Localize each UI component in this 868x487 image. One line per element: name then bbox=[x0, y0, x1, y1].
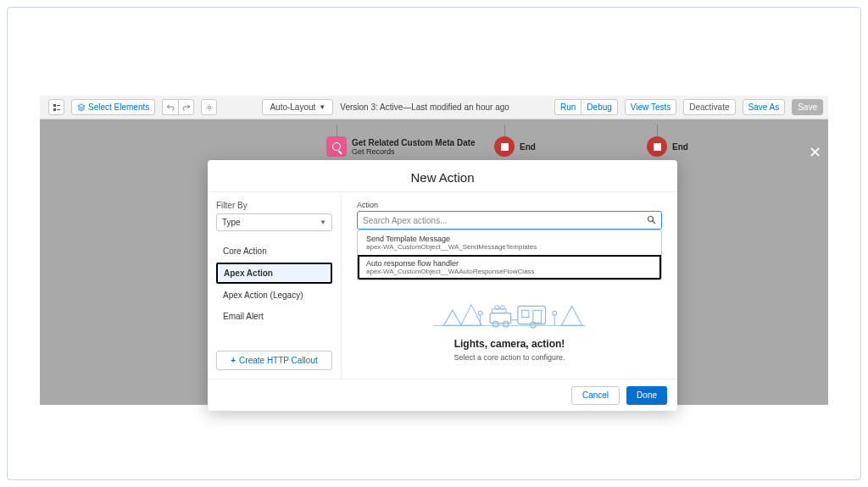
version-text: Version 3: Active—Last modified an hour … bbox=[340, 102, 509, 112]
undo-icon bbox=[166, 103, 175, 112]
chevron-down-icon: ▼ bbox=[319, 103, 326, 111]
select-elements-button[interactable]: Select Elements bbox=[71, 99, 155, 115]
modal-title: New Action bbox=[208, 160, 677, 191]
get-records-icon bbox=[326, 136, 347, 157]
end-icon bbox=[494, 136, 515, 157]
redo-icon bbox=[182, 103, 191, 112]
flow-node-end-2[interactable]: End bbox=[647, 136, 688, 157]
new-action-modal: New Action Filter By Type ▼ Core Action … bbox=[208, 160, 677, 411]
option-subtitle: apex-WA_CustomObject__WA_SendMessageTemp… bbox=[366, 243, 653, 251]
search-icon bbox=[647, 215, 656, 226]
save-button[interactable]: Save bbox=[792, 99, 823, 115]
svg-marker-8 bbox=[443, 310, 461, 325]
redo-button[interactable] bbox=[178, 99, 194, 115]
svg-rect-0 bbox=[53, 104, 56, 107]
type-select-value: Type bbox=[222, 218, 241, 227]
done-button[interactable]: Done bbox=[626, 386, 667, 405]
node-label: End bbox=[672, 142, 688, 152]
filter-apex-action[interactable]: Apex Action bbox=[216, 263, 332, 284]
svg-marker-9 bbox=[461, 305, 482, 326]
debug-button[interactable]: Debug bbox=[581, 99, 617, 115]
undo-button[interactable] bbox=[162, 99, 178, 115]
svg-point-13 bbox=[492, 321, 498, 327]
illustration-area: Lights, camera, action! Select a core ac… bbox=[357, 291, 662, 362]
svg-rect-20 bbox=[522, 310, 529, 317]
node-title: End bbox=[672, 142, 688, 152]
modal-footer: Cancel Done bbox=[208, 379, 677, 411]
chevron-down-icon: ▼ bbox=[320, 219, 326, 226]
node-title: Get Related Custom Meta Date bbox=[352, 138, 476, 147]
flow-node-end-1[interactable]: End bbox=[494, 136, 536, 157]
svg-rect-3 bbox=[57, 109, 60, 110]
toolbar: Select Elements Auto-Layout ▼ bbox=[40, 96, 828, 119]
auto-layout-label: Auto-Layout bbox=[270, 102, 315, 112]
action-option-auto-response[interactable]: Auto response flow handler apex-WA_Custo… bbox=[358, 255, 661, 279]
svg-point-11 bbox=[478, 311, 482, 315]
action-search-input[interactable]: Search Apex actions... bbox=[357, 211, 662, 230]
filter-core-action[interactable]: Core Action bbox=[216, 241, 332, 261]
gear-icon bbox=[205, 103, 214, 112]
action-label: Action bbox=[357, 201, 662, 209]
page-frame: Select Elements Auto-Layout ▼ bbox=[7, 7, 861, 480]
svg-rect-2 bbox=[53, 108, 56, 111]
list-view-button[interactable] bbox=[48, 99, 64, 115]
plus-icon: + bbox=[231, 356, 236, 365]
svg-point-24 bbox=[553, 311, 557, 315]
modal-body: Filter By Type ▼ Core Action Apex Action… bbox=[208, 191, 677, 379]
modal-sidebar: Filter By Type ▼ Core Action Apex Action… bbox=[208, 192, 342, 379]
svg-point-14 bbox=[504, 321, 509, 327]
action-option-send-template[interactable]: Send Template Message apex-WA_CustomObje… bbox=[358, 230, 661, 255]
action-dropdown: Send Template Message apex-WA_CustomObje… bbox=[357, 230, 662, 280]
type-select[interactable]: Type ▼ bbox=[216, 213, 332, 231]
option-title: Send Template Message bbox=[366, 235, 653, 243]
view-tests-button[interactable]: View Tests bbox=[625, 99, 676, 115]
modal-main: Action Search Apex actions... Send Templ… bbox=[342, 192, 677, 379]
settings-button[interactable] bbox=[201, 99, 217, 115]
toolbar-right: Run Debug View Tests Deactivate Save As … bbox=[554, 99, 823, 115]
toolbar-center: Auto-Layout ▼ Version 3: Active—Last mod… bbox=[262, 99, 509, 115]
camper-illustration-icon bbox=[433, 291, 586, 333]
node-connector bbox=[657, 125, 658, 136]
select-elements-label: Select Elements bbox=[88, 102, 149, 112]
node-label: Get Related Custom Meta Date Get Records bbox=[352, 138, 476, 156]
create-http-label: Create HTTP Callout bbox=[239, 356, 318, 365]
end-icon bbox=[647, 136, 667, 157]
node-connector bbox=[504, 125, 505, 136]
list-icon bbox=[53, 103, 61, 112]
run-debug-group: Run Debug bbox=[554, 99, 618, 115]
modal-inner: New Action Filter By Type ▼ Core Action … bbox=[208, 160, 677, 379]
svg-rect-21 bbox=[533, 310, 542, 323]
layers-icon bbox=[77, 103, 86, 112]
node-connector bbox=[337, 125, 337, 136]
svg-point-5 bbox=[648, 216, 654, 221]
svg-rect-1 bbox=[57, 105, 60, 106]
create-http-callout-button[interactable]: + Create HTTP Callout bbox=[216, 351, 332, 370]
cancel-button[interactable]: Cancel bbox=[571, 386, 620, 405]
undo-redo-group bbox=[162, 99, 194, 115]
option-subtitle: apex-WA_CustomObject__WAAutoResponseFlow… bbox=[366, 268, 653, 275]
node-subtitle: Get Records bbox=[352, 147, 395, 156]
svg-marker-25 bbox=[561, 306, 582, 325]
filter-by-label: Filter By bbox=[216, 201, 332, 210]
close-icon[interactable]: ✕ bbox=[809, 143, 821, 162]
save-as-button[interactable]: Save As bbox=[743, 99, 786, 115]
filter-list: Core Action Apex Action Apex Action (Leg… bbox=[216, 240, 332, 328]
illustration-tagline: Lights, camera, action! bbox=[357, 338, 662, 350]
search-placeholder: Search Apex actions... bbox=[363, 216, 448, 225]
deactivate-button[interactable]: Deactivate bbox=[683, 99, 735, 115]
flow-node-get-records[interactable]: Get Related Custom Meta Date Get Records bbox=[326, 136, 476, 157]
toolbar-left: Select Elements bbox=[45, 99, 217, 115]
svg-point-4 bbox=[208, 106, 210, 108]
illustration-subline: Select a core action to configure. bbox=[357, 353, 662, 362]
node-label: End bbox=[520, 142, 536, 152]
filter-email-alert[interactable]: Email Alert bbox=[216, 307, 332, 326]
run-button[interactable]: Run bbox=[554, 99, 581, 115]
node-title: End bbox=[520, 142, 536, 152]
option-title: Auto response flow handler bbox=[366, 259, 653, 268]
auto-layout-select[interactable]: Auto-Layout ▼ bbox=[262, 99, 333, 115]
filter-apex-legacy[interactable]: Apex Action (Legacy) bbox=[216, 285, 332, 305]
svg-line-6 bbox=[653, 221, 655, 224]
